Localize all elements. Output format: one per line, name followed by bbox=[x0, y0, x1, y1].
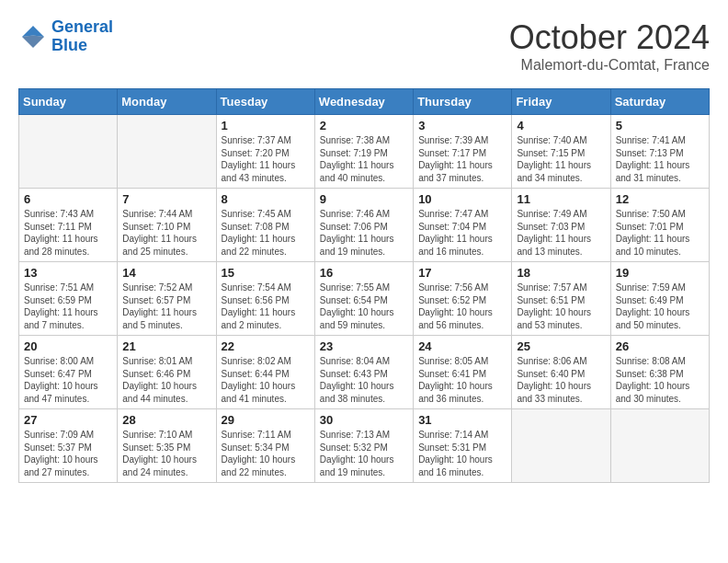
calendar-cell: 29Sunrise: 7:11 AM Sunset: 5:34 PM Dayli… bbox=[216, 409, 314, 483]
day-info: Sunrise: 8:00 AM Sunset: 6:47 PM Dayligh… bbox=[24, 355, 112, 405]
weekday-header-saturday: Saturday bbox=[610, 89, 709, 115]
calendar-cell: 26Sunrise: 8:08 AM Sunset: 6:38 PM Dayli… bbox=[610, 336, 709, 409]
calendar-cell: 23Sunrise: 8:04 AM Sunset: 6:43 PM Dayli… bbox=[314, 336, 413, 409]
day-info: Sunrise: 7:55 AM Sunset: 6:54 PM Dayligh… bbox=[320, 282, 408, 331]
weekday-header-wednesday: Wednesday bbox=[314, 89, 413, 115]
calendar-cell: 20Sunrise: 8:00 AM Sunset: 6:47 PM Dayli… bbox=[19, 336, 118, 409]
day-info: Sunrise: 7:43 AM Sunset: 7:11 PM Dayligh… bbox=[24, 208, 112, 258]
weekday-header-monday: Monday bbox=[118, 89, 216, 115]
day-number: 2 bbox=[320, 119, 408, 132]
day-number: 8 bbox=[222, 192, 310, 206]
calendar-cell bbox=[118, 115, 216, 189]
day-number: 18 bbox=[517, 266, 605, 280]
weekday-header-friday: Friday bbox=[512, 89, 610, 115]
day-info: Sunrise: 7:59 AM Sunset: 6:49 PM Dayligh… bbox=[616, 282, 704, 331]
day-number: 6 bbox=[24, 192, 112, 206]
day-info: Sunrise: 7:50 AM Sunset: 7:01 PM Dayligh… bbox=[616, 208, 704, 258]
logo-text: General Blue bbox=[51, 18, 113, 55]
weekday-header-sunday: Sunday bbox=[19, 89, 118, 115]
day-number: 22 bbox=[222, 339, 310, 353]
day-number: 16 bbox=[320, 266, 408, 280]
weekday-header-thursday: Thursday bbox=[414, 89, 512, 115]
day-info: Sunrise: 7:46 AM Sunset: 7:06 PM Dayligh… bbox=[320, 208, 408, 258]
calendar-cell: 4Sunrise: 7:40 AM Sunset: 7:15 PM Daylig… bbox=[512, 115, 610, 189]
day-number: 20 bbox=[24, 339, 112, 353]
day-info: Sunrise: 7:45 AM Sunset: 7:08 PM Dayligh… bbox=[222, 208, 310, 258]
day-number: 1 bbox=[222, 119, 310, 132]
calendar-cell: 28Sunrise: 7:10 AM Sunset: 5:35 PM Dayli… bbox=[118, 409, 216, 483]
calendar-cell: 31Sunrise: 7:14 AM Sunset: 5:31 PM Dayli… bbox=[414, 409, 512, 483]
day-info: Sunrise: 7:09 AM Sunset: 5:37 PM Dayligh… bbox=[24, 429, 112, 478]
svg-marker-0 bbox=[22, 26, 44, 37]
calendar-cell: 18Sunrise: 7:57 AM Sunset: 6:51 PM Dayli… bbox=[512, 262, 610, 336]
location: Malemort-du-Comtat, France bbox=[509, 57, 710, 74]
day-info: Sunrise: 7:38 AM Sunset: 7:19 PM Dayligh… bbox=[320, 134, 408, 184]
day-info: Sunrise: 7:52 AM Sunset: 6:57 PM Dayligh… bbox=[122, 282, 210, 331]
day-number: 13 bbox=[24, 266, 112, 280]
day-number: 17 bbox=[418, 266, 506, 280]
calendar-cell: 16Sunrise: 7:55 AM Sunset: 6:54 PM Dayli… bbox=[314, 262, 413, 336]
calendar-cell: 9Sunrise: 7:46 AM Sunset: 7:06 PM Daylig… bbox=[314, 189, 413, 262]
day-info: Sunrise: 7:14 AM Sunset: 5:31 PM Dayligh… bbox=[418, 429, 506, 478]
day-info: Sunrise: 8:08 AM Sunset: 6:38 PM Dayligh… bbox=[616, 355, 704, 405]
calendar-cell: 13Sunrise: 7:51 AM Sunset: 6:59 PM Dayli… bbox=[19, 262, 118, 336]
calendar-cell: 27Sunrise: 7:09 AM Sunset: 5:37 PM Dayli… bbox=[19, 409, 118, 483]
day-number: 26 bbox=[616, 339, 704, 353]
page-header: General Blue October 2024 Malemort-du-Co… bbox=[18, 18, 710, 74]
calendar-cell: 11Sunrise: 7:49 AM Sunset: 7:03 PM Dayli… bbox=[512, 189, 610, 262]
day-info: Sunrise: 7:49 AM Sunset: 7:03 PM Dayligh… bbox=[517, 208, 605, 258]
day-info: Sunrise: 7:40 AM Sunset: 7:15 PM Dayligh… bbox=[517, 134, 605, 184]
day-number: 25 bbox=[517, 339, 605, 353]
calendar-cell: 8Sunrise: 7:45 AM Sunset: 7:08 PM Daylig… bbox=[216, 189, 314, 262]
week-row-2: 13Sunrise: 7:51 AM Sunset: 6:59 PM Dayli… bbox=[19, 262, 710, 336]
day-number: 28 bbox=[122, 413, 210, 427]
day-info: Sunrise: 8:06 AM Sunset: 6:40 PM Dayligh… bbox=[517, 355, 605, 405]
day-info: Sunrise: 7:41 AM Sunset: 7:13 PM Dayligh… bbox=[616, 134, 704, 184]
logo: General Blue bbox=[18, 18, 113, 55]
month-title: October 2024 bbox=[509, 18, 710, 57]
day-info: Sunrise: 7:39 AM Sunset: 7:17 PM Dayligh… bbox=[418, 134, 506, 184]
calendar-cell bbox=[19, 115, 118, 189]
calendar-cell: 10Sunrise: 7:47 AM Sunset: 7:04 PM Dayli… bbox=[414, 189, 512, 262]
day-number: 12 bbox=[616, 192, 704, 206]
day-number: 23 bbox=[320, 339, 408, 353]
calendar-cell: 7Sunrise: 7:44 AM Sunset: 7:10 PM Daylig… bbox=[118, 189, 216, 262]
calendar-cell: 19Sunrise: 7:59 AM Sunset: 6:49 PM Dayli… bbox=[610, 262, 709, 336]
calendar-cell: 30Sunrise: 7:13 AM Sunset: 5:32 PM Dayli… bbox=[314, 409, 413, 483]
day-number: 5 bbox=[616, 119, 704, 132]
calendar-cell: 5Sunrise: 7:41 AM Sunset: 7:13 PM Daylig… bbox=[610, 115, 709, 189]
day-info: Sunrise: 8:05 AM Sunset: 6:41 PM Dayligh… bbox=[418, 355, 506, 405]
day-info: Sunrise: 8:01 AM Sunset: 6:46 PM Dayligh… bbox=[122, 355, 210, 405]
day-info: Sunrise: 7:54 AM Sunset: 6:56 PM Dayligh… bbox=[222, 282, 310, 331]
weekday-header-tuesday: Tuesday bbox=[216, 89, 314, 115]
week-row-3: 20Sunrise: 8:00 AM Sunset: 6:47 PM Dayli… bbox=[19, 336, 710, 409]
day-number: 3 bbox=[418, 119, 506, 132]
day-number: 15 bbox=[222, 266, 310, 280]
calendar-cell: 24Sunrise: 8:05 AM Sunset: 6:41 PM Dayli… bbox=[414, 336, 512, 409]
day-number: 9 bbox=[320, 192, 408, 206]
day-info: Sunrise: 7:10 AM Sunset: 5:35 PM Dayligh… bbox=[122, 429, 210, 478]
week-row-4: 27Sunrise: 7:09 AM Sunset: 5:37 PM Dayli… bbox=[19, 409, 710, 483]
logo-line1: General bbox=[51, 17, 113, 36]
day-number: 21 bbox=[122, 339, 210, 353]
svg-marker-1 bbox=[22, 35, 44, 48]
calendar-cell: 14Sunrise: 7:52 AM Sunset: 6:57 PM Dayli… bbox=[118, 262, 216, 336]
calendar-table: SundayMondayTuesdayWednesdayThursdayFrid… bbox=[18, 88, 710, 483]
day-info: Sunrise: 7:37 AM Sunset: 7:20 PM Dayligh… bbox=[222, 134, 310, 184]
day-number: 19 bbox=[616, 266, 704, 280]
day-info: Sunrise: 8:02 AM Sunset: 6:44 PM Dayligh… bbox=[222, 355, 310, 405]
day-info: Sunrise: 7:56 AM Sunset: 6:52 PM Dayligh… bbox=[418, 282, 506, 331]
logo-line2: Blue bbox=[51, 36, 87, 54]
day-number: 30 bbox=[320, 413, 408, 427]
day-info: Sunrise: 8:04 AM Sunset: 6:43 PM Dayligh… bbox=[320, 355, 408, 405]
logo-icon bbox=[18, 22, 48, 52]
day-number: 27 bbox=[24, 413, 112, 427]
day-info: Sunrise: 7:44 AM Sunset: 7:10 PM Dayligh… bbox=[122, 208, 210, 258]
calendar-cell: 25Sunrise: 8:06 AM Sunset: 6:40 PM Dayli… bbox=[512, 336, 610, 409]
calendar-cell bbox=[610, 409, 709, 483]
calendar-cell: 22Sunrise: 8:02 AM Sunset: 6:44 PM Dayli… bbox=[216, 336, 314, 409]
day-number: 4 bbox=[517, 119, 605, 132]
weekday-header-row: SundayMondayTuesdayWednesdayThursdayFrid… bbox=[19, 89, 710, 115]
day-info: Sunrise: 7:51 AM Sunset: 6:59 PM Dayligh… bbox=[24, 282, 112, 331]
day-number: 31 bbox=[418, 413, 506, 427]
